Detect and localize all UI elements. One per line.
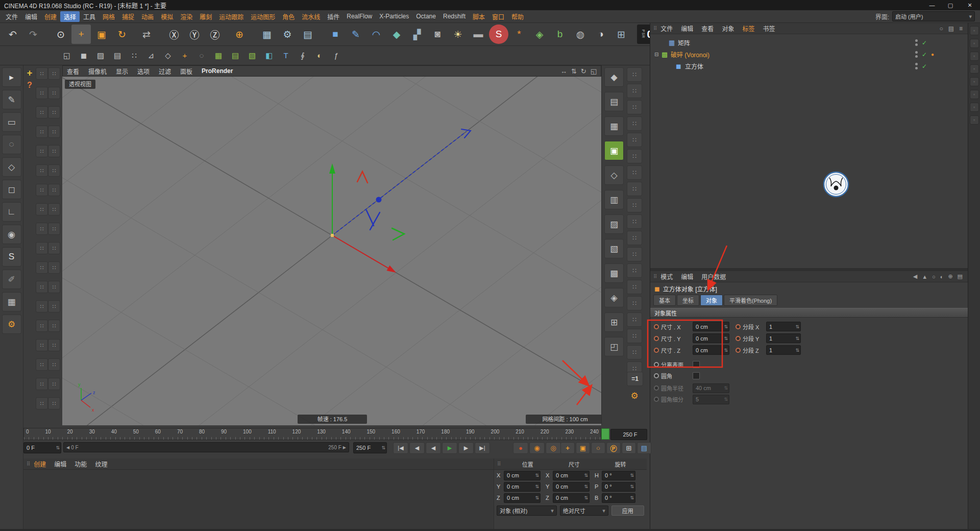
subdivision-icon[interactable]: ◆ (387, 25, 406, 44)
palette-tool-icon[interactable]: ∷ (36, 281, 48, 293)
palette-tool-icon[interactable]: ∷ (48, 145, 60, 157)
pencil-icon[interactable]: ✐ (2, 270, 21, 289)
hatch-icon[interactable]: ▦ (2, 292, 21, 311)
record-circle-icon[interactable] (654, 324, 659, 329)
prev-frame-icon[interactable]: ◀ (426, 442, 441, 454)
om-menu-item[interactable]: 标签 (742, 24, 754, 33)
palette-tool-icon[interactable]: ∷ (36, 358, 48, 371)
coord-input[interactable]: 0 °⇅ (602, 482, 635, 492)
record-circle-icon[interactable] (736, 336, 741, 341)
library-icon[interactable]: ∷ (627, 263, 642, 278)
coord-input[interactable]: 0 cm⇅ (504, 493, 541, 503)
dock-tab-icon[interactable]: ▫ (970, 90, 979, 99)
corner-tool-icon[interactable]: ∟ (2, 202, 21, 222)
menu-item[interactable]: 网格 (99, 11, 118, 22)
library-icon[interactable]: ∷ (627, 133, 642, 147)
om-menu-item[interactable]: 文件 (660, 24, 673, 33)
coords-mode-dropdown[interactable]: 对象 (相对)▾ (497, 505, 557, 516)
record-circle-icon[interactable] (654, 373, 659, 378)
am-toolbar-icon[interactable]: ◐ (940, 274, 944, 280)
attribute-tab[interactable]: 基本 (653, 295, 676, 306)
mograph-icon[interactable]: b (550, 25, 570, 44)
library-icon[interactable]: ∷ (627, 149, 642, 163)
viewport-canvas[interactable]: yzx (62, 77, 601, 425)
spinner-icon[interactable]: ⇅ (723, 336, 729, 341)
visibility-dots[interactable] (915, 63, 918, 69)
enable-axis-icon[interactable]: + (177, 49, 192, 63)
am-toolbar-icon[interactable]: ◀ (913, 273, 917, 280)
make-editable-icon[interactable]: ◱ (59, 49, 75, 63)
menu-item[interactable]: 脚本 (469, 11, 488, 22)
timeline-ruler[interactable]: 0102030405060708090100110120130140150160… (23, 428, 601, 440)
edges-mode-icon[interactable]: ⊿ (143, 49, 159, 63)
palette-tool-icon[interactable]: ∷ (48, 339, 60, 351)
menu-item[interactable]: 流水线 (298, 11, 324, 22)
drag-handle-icon[interactable]: ⠿ (653, 26, 656, 31)
library-icon[interactable]: ∷ (627, 312, 642, 327)
coord-input[interactable]: 0 cm⇅ (553, 493, 590, 503)
palette-tool-icon[interactable]: ∷ (36, 378, 48, 390)
coord-input[interactable]: 0 cm⇅ (504, 471, 541, 480)
light-icon[interactable]: ☀ (448, 25, 468, 44)
menu-item[interactable]: 帮助 (508, 11, 527, 22)
am-menu-item[interactable]: 用户数据 (701, 272, 726, 281)
menu-item[interactable]: 编辑 (21, 11, 41, 22)
object-row[interactable]: ◼ 立方体 ✓ (650, 60, 968, 72)
viewport-control-icon[interactable]: ⇅ (571, 67, 577, 75)
viewport-control-icon[interactable]: ◱ (591, 67, 597, 75)
dock-tab-icon[interactable]: ▫ (970, 77, 979, 86)
menu-item[interactable]: 动画 (138, 11, 157, 22)
object-row[interactable]: ▦ 矩阵 ✓ (650, 37, 968, 49)
palette-tool-icon[interactable]: ∷ (48, 242, 60, 254)
view-label[interactable]: 透视视图 (65, 80, 95, 89)
om-menu-item[interactable]: 查看 (701, 24, 714, 33)
palette-tool-icon[interactable]: ∷ (48, 87, 60, 99)
menu-item[interactable]: 运动跟踪 (215, 11, 247, 22)
coord-input[interactable]: 0 cm⇅ (553, 482, 590, 492)
menu-item[interactable]: 模拟 (157, 11, 177, 22)
param-input[interactable]: 0 cm⇅ (693, 333, 729, 343)
preset-icon[interactable]: ▤ (604, 92, 624, 111)
param-input[interactable]: 0 cm⇅ (693, 345, 729, 355)
library-icon[interactable]: ∷ (627, 182, 642, 196)
drag-handle-icon[interactable]: ⠿ (497, 461, 500, 467)
library-icon[interactable]: ∷ (627, 198, 642, 212)
palette-tool-icon[interactable]: ∷ (48, 106, 60, 118)
maximize-button[interactable]: ▢ (941, 0, 960, 10)
coord-input[interactable]: 0 °⇅ (602, 471, 635, 480)
library-icon[interactable]: ∷ (627, 345, 642, 359)
spinner-icon[interactable]: ⇅ (723, 348, 729, 353)
viewport-menu-item[interactable]: 面板 (180, 67, 192, 76)
coord-system-icon[interactable]: ⊕ (230, 25, 249, 44)
preset-icon[interactable]: ⊞ (604, 312, 624, 332)
last-tool-icon[interactable]: ⇄ (137, 25, 156, 44)
marquee-select-icon[interactable]: ▭ (2, 112, 21, 132)
section-header[interactable]: 对象属性 (650, 308, 968, 318)
help-icon[interactable]: ? (24, 80, 35, 91)
palette-tool-icon[interactable]: ∷ (48, 397, 60, 409)
spinner-icon[interactable]: ⇅ (794, 336, 800, 341)
record-circle-icon[interactable] (654, 348, 659, 353)
key-scale-icon[interactable]: ▣ (576, 442, 590, 454)
menu-item[interactable]: Octane (412, 12, 439, 21)
camera-icon[interactable]: ◙ (428, 25, 447, 44)
palette-tool-icon[interactable]: ∷ (36, 106, 48, 118)
close-button[interactable]: × (960, 0, 980, 10)
interface-dropdown[interactable]: 启动 (用户) ▾ (892, 11, 975, 21)
attribute-tab[interactable]: 对象 (700, 295, 723, 306)
apply-button[interactable]: 应用 (611, 505, 644, 516)
enabled-check-icon[interactable]: ✓ (922, 51, 927, 58)
preset-icon[interactable]: ◈ (604, 288, 624, 307)
menu-item[interactable]: 插件 (324, 11, 343, 22)
am-menu-item[interactable]: 模式 (660, 272, 673, 281)
lamp-icon[interactable]: ◐ (312, 49, 327, 63)
menu-item[interactable]: 创建 (41, 11, 60, 22)
coord-input[interactable]: 0 cm⇅ (504, 482, 541, 492)
param-input[interactable]: 1⇅ (766, 345, 801, 355)
preset-icon[interactable]: ▥ (604, 190, 624, 209)
menu-item[interactable]: 运动图形 (247, 11, 279, 22)
preset-icon[interactable]: ▩ (604, 263, 624, 283)
bake-icon[interactable]: ⊞ (611, 25, 631, 44)
drag-handle-icon[interactable]: ⠿ (27, 461, 30, 467)
snap-edge-icon[interactable]: ▧ (244, 49, 260, 63)
